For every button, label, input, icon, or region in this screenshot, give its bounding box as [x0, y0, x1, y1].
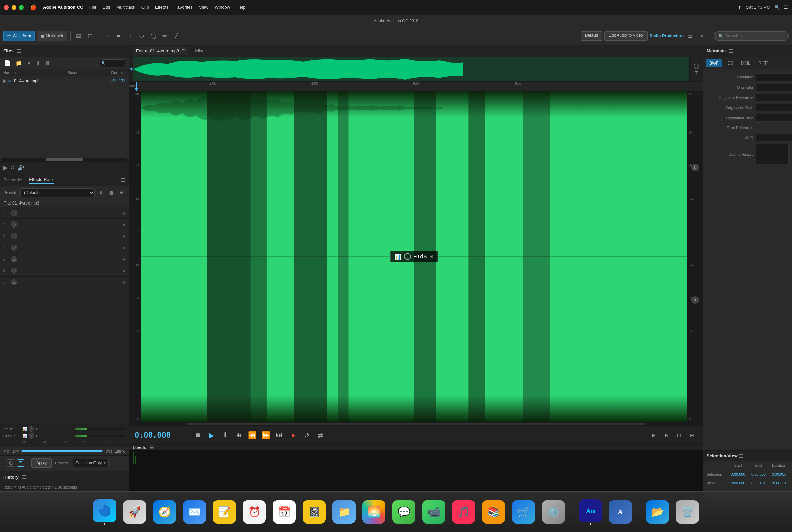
workspace-extend-icon[interactable]: » [697, 31, 707, 41]
presets-delete-button[interactable]: 🗑 [107, 189, 115, 197]
overview-headphone-button[interactable]: 🎧 [693, 63, 699, 69]
tab-effects-rack[interactable]: Effects Rack [29, 176, 54, 184]
overview-expand-button[interactable]: ⊞ [694, 70, 699, 75]
dock-messages[interactable]: 💬 [390, 498, 417, 526]
slot-power-1[interactable]: ⏻ [11, 210, 17, 216]
slot-arrow-6[interactable]: ▶ [123, 268, 126, 273]
zoom-reset-button[interactable]: ⊟ [687, 430, 698, 441]
slot-arrow-4[interactable]: ▶ [123, 245, 126, 250]
stop-button[interactable]: ■ [192, 430, 203, 441]
time-select-button[interactable]: ⇔ [114, 31, 123, 41]
history-panel-menu-icon[interactable]: ☰ [22, 474, 27, 480]
gain-expand-icon[interactable]: ⊞ [429, 254, 433, 259]
dock-reminders[interactable]: ⏰ [241, 498, 268, 526]
razor-tool-button[interactable]: ◯ [149, 31, 158, 41]
metadata-tab-bwf[interactable]: BWF [706, 59, 722, 67]
skip-back-button[interactable]: ⏮ [233, 430, 244, 441]
meta-value-originator-ref[interactable] [756, 94, 792, 101]
metadata-more-icon[interactable]: » [787, 61, 789, 66]
zoom-out-button[interactable]: ⊖ [661, 430, 672, 441]
menu-file[interactable]: File [89, 5, 97, 10]
metadata-tab-id3[interactable]: ID3 [723, 59, 737, 67]
slot-power-5[interactable]: ⏻ [11, 256, 17, 262]
minimize-button[interactable] [12, 5, 16, 10]
output-dial[interactable]: ○ [29, 433, 34, 439]
dock-audition[interactable]: Au [577, 498, 604, 526]
dock-trash[interactable]: 🗑️ [674, 498, 701, 526]
metadata-tab-ixml[interactable]: iXML [738, 59, 754, 67]
dock-notes[interactable]: 📓 [300, 498, 328, 526]
sel-view-start[interactable]: 0:00.000 [728, 481, 747, 485]
menu-window[interactable]: Window [214, 5, 230, 10]
sel-view-duration[interactable]: 8:39.131 [770, 481, 789, 485]
selection-menu-icon[interactable]: ☰ [739, 453, 743, 459]
waveform-scrollbar[interactable] [129, 422, 703, 425]
close-button[interactable] [4, 5, 9, 10]
sel-view-end[interactable]: 8:39.131 [749, 481, 768, 485]
menu-multitrack[interactable]: Multitrack [116, 5, 135, 10]
default-workspace-button[interactable]: Default [581, 31, 602, 41]
slot-arrow-2[interactable]: ▶ [123, 222, 126, 227]
files-import-button[interactable]: ⬇ [34, 59, 42, 67]
toolbar-icon-1[interactable]: ▤ [74, 31, 84, 41]
meta-value-orig-time[interactable] [756, 114, 792, 122]
files-item-expand-0[interactable]: ▶ [3, 78, 6, 83]
files-search-input[interactable] [101, 61, 122, 65]
radio-production-button[interactable]: Radio Production [650, 34, 684, 38]
fast-forward-button[interactable]: ⏩ [260, 430, 271, 441]
dock-finder[interactable]: 🔵 [91, 498, 118, 526]
zoom-fit-button[interactable]: ⊡ [674, 430, 685, 441]
presets-select[interactable]: (Default) [20, 188, 95, 197]
dock-folder-blue[interactable]: 📂 [644, 498, 671, 526]
slot-power-7[interactable]: ⏻ [11, 279, 17, 285]
search-input[interactable] [725, 34, 780, 38]
workspace-options-icon[interactable]: ☰ [686, 31, 695, 41]
pause-button[interactable]: ⏸ [220, 430, 230, 441]
files-search-box[interactable] [99, 59, 126, 67]
editor-tab-close-icon[interactable]: ☰ [181, 49, 185, 53]
lasso-select-button[interactable]: ⬭ [137, 31, 147, 41]
waveform-mode-button[interactable]: 〰 Waveform [3, 31, 35, 41]
marquee-select-button[interactable]: I [125, 31, 135, 41]
levels-menu-icon[interactable]: ☰ [150, 445, 154, 450]
dock-files[interactable]: 📁 [330, 498, 358, 526]
meta-value-orig-date[interactable] [756, 104, 792, 111]
skip-forward-button[interactable]: ⏭ [274, 430, 285, 441]
dock-mail[interactable]: ✉️ [181, 498, 208, 526]
loop-button[interactable]: ↺ [301, 430, 312, 441]
presets-download-button[interactable]: ⬇ [97, 189, 105, 197]
files-new-button[interactable]: 📄 [3, 59, 13, 67]
zoom-in-button[interactable]: ⊕ [648, 430, 659, 441]
menu-edit[interactable]: Edit [103, 5, 110, 10]
overview-waveform[interactable] [133, 57, 689, 81]
process-select[interactable]: Selection Only ▼ [73, 459, 109, 467]
files-delete-button[interactable]: 🗑 [44, 59, 52, 67]
effects-panel-menu-icon[interactable]: ☰ [121, 177, 125, 183]
input-dial[interactable]: ○ [29, 426, 34, 432]
meta-value-coding-history[interactable] [756, 144, 789, 164]
menu-clip[interactable]: Clip [141, 5, 149, 10]
fullscreen-button[interactable] [19, 5, 24, 10]
slot-power-4[interactable]: ⏻ [11, 245, 17, 251]
effects-list-toggle[interactable]: ☰ [17, 459, 24, 467]
editor-tab[interactable]: Editor: 01. 4ware.mp3 ☰ [133, 47, 188, 55]
dock-calendar[interactable]: 📅 [271, 498, 298, 526]
metadata-tab-riff[interactable]: RIFF [755, 59, 771, 67]
sel-selection-end[interactable]: 0:00.000 [749, 472, 768, 476]
dock-photos[interactable]: 🌅 [360, 498, 388, 526]
toolbar-icon-2[interactable]: ◫ [86, 31, 95, 41]
dock-system-prefs[interactable]: ⚙️ [540, 498, 567, 526]
pencil-tool-button[interactable]: ✏ [160, 31, 170, 41]
files-volume-button[interactable]: 🔊 [17, 164, 24, 171]
menu-notification-icon[interactable]: ☰ [784, 5, 788, 10]
move-tool-button[interactable]: ↔ [102, 31, 112, 41]
slot-arrow-5[interactable]: ▶ [123, 257, 126, 262]
dock-facetime[interactable]: 📹 [420, 498, 447, 526]
files-close-button[interactable]: ✕ [25, 59, 33, 67]
dock-itunes[interactable]: 🎵 [450, 498, 477, 526]
meta-value-description[interactable] [756, 73, 792, 81]
slot-power-2[interactable]: ⏻ [11, 221, 17, 228]
gain-dial-icon[interactable]: ○ [404, 253, 411, 260]
rewind-button[interactable]: ⏪ [247, 430, 258, 441]
menu-effects[interactable]: Effects [155, 5, 169, 10]
